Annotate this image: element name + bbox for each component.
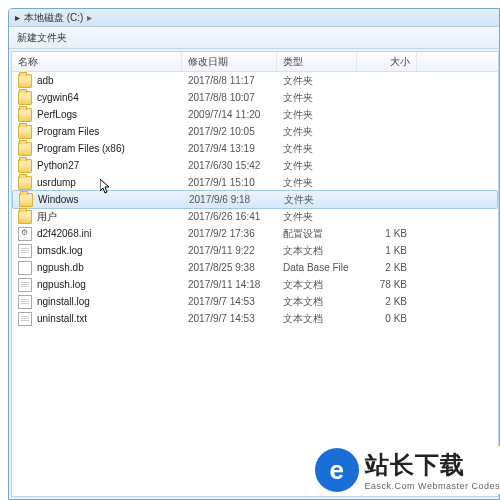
file-type: Data Base File — [277, 262, 357, 273]
table-row[interactable]: 用户2017/6/26 16:41文件夹 — [12, 208, 498, 225]
file-name: nginstall.log — [37, 296, 90, 307]
file-date: 2009/7/14 11:20 — [182, 109, 277, 120]
watermark-title: 站长下载 — [365, 449, 500, 481]
file-name: Python27 — [37, 160, 79, 171]
file-type: 文本文档 — [277, 244, 357, 258]
watermark-subtitle: Easck.Com Webmaster Codes — [365, 481, 500, 491]
file-type: 配置设置 — [277, 227, 357, 241]
file-icon — [18, 278, 32, 292]
file-date: 2017/9/6 9:18 — [183, 194, 278, 205]
table-row[interactable]: ngpush.log2017/9/11 14:18文本文档78 KB — [12, 276, 498, 293]
file-name: Program Files (x86) — [37, 143, 125, 154]
file-date: 2017/9/2 17:36 — [182, 228, 277, 239]
db-icon — [18, 261, 32, 275]
watermark-logo-icon: e — [315, 448, 359, 492]
table-row[interactable]: Windows2017/9/6 9:18文件夹 — [12, 190, 498, 209]
table-row[interactable]: Program Files2017/9/2 10:05文件夹 — [12, 123, 498, 140]
file-name: PerfLogs — [37, 109, 77, 120]
file-type: 文本文档 — [277, 312, 357, 326]
file-date: 2017/9/7 14:53 — [182, 296, 277, 307]
file-name: uninstall.txt — [37, 313, 87, 324]
file-date: 2017/9/1 15:10 — [182, 177, 277, 188]
folder-icon — [18, 159, 32, 173]
header-name[interactable]: 名称 — [12, 52, 182, 71]
header-type[interactable]: 类型 — [277, 52, 357, 71]
header-size[interactable]: 大小 — [357, 52, 417, 71]
file-name: 用户 — [37, 210, 57, 224]
table-row[interactable]: Program Files (x86)2017/9/4 13:19文件夹 — [12, 140, 498, 157]
file-type: 文本文档 — [277, 278, 357, 292]
file-name: adb — [37, 75, 54, 86]
file-type: 文件夹 — [277, 91, 357, 105]
watermark: e 站长下载 Easck.Com Webmaster Codes — [309, 446, 500, 494]
table-row[interactable]: Python272017/6/30 15:42文件夹 — [12, 157, 498, 174]
address-bar[interactable]: ▸ 本地磁盘 (C:) ▸ — [9, 9, 499, 27]
toolbar: 新建文件夹 — [9, 27, 499, 49]
breadcrumb-sep: ▸ — [15, 12, 20, 23]
file-icon — [18, 295, 32, 309]
folder-icon — [18, 210, 32, 224]
file-name: ngpush.log — [37, 279, 86, 290]
folder-icon — [18, 176, 32, 190]
file-type: 文件夹 — [277, 108, 357, 122]
table-row[interactable]: bmsdk.log2017/9/11 9:22文本文档1 KB — [12, 242, 498, 259]
file-type: 文本文档 — [277, 295, 357, 309]
explorer-window: ▸ 本地磁盘 (C:) ▸ 新建文件夹 名称 修改日期 类型 大小 adb201… — [8, 8, 500, 500]
file-date: 2017/9/2 10:05 — [182, 126, 277, 137]
file-name: Windows — [38, 194, 79, 205]
file-date: 2017/9/4 13:19 — [182, 143, 277, 154]
file-type: 文件夹 — [277, 210, 357, 224]
folder-icon — [18, 108, 32, 122]
folder-icon — [18, 142, 32, 156]
folder-icon — [19, 193, 33, 207]
table-row[interactable]: ngpush.db2017/8/25 9:38Data Base File2 K… — [12, 259, 498, 276]
ini-icon — [18, 227, 32, 241]
column-headers: 名称 修改日期 类型 大小 — [12, 52, 498, 72]
file-date: 2017/6/30 15:42 — [182, 160, 277, 171]
file-type: 文件夹 — [277, 159, 357, 173]
file-size: 2 KB — [357, 296, 417, 307]
table-row[interactable]: adb2017/8/8 11:17文件夹 — [12, 72, 498, 89]
file-date: 2017/9/7 14:53 — [182, 313, 277, 324]
file-list-pane: 名称 修改日期 类型 大小 adb2017/8/8 11:17文件夹cygwin… — [11, 51, 499, 497]
file-name: cygwin64 — [37, 92, 79, 103]
file-date: 2017/9/11 14:18 — [182, 279, 277, 290]
file-icon — [18, 244, 32, 258]
file-type: 文件夹 — [278, 193, 358, 207]
file-type: 文件夹 — [277, 74, 357, 88]
breadcrumb-sep: ▸ — [87, 12, 92, 23]
file-size: 0 KB — [357, 313, 417, 324]
file-name: bmsdk.log — [37, 245, 83, 256]
file-type: 文件夹 — [277, 142, 357, 156]
table-row[interactable]: usrdump2017/9/1 15:10文件夹 — [12, 174, 498, 191]
file-date: 2017/9/11 9:22 — [182, 245, 277, 256]
folder-icon — [18, 91, 32, 105]
table-row[interactable]: nginstall.log2017/9/7 14:53文本文档2 KB — [12, 293, 498, 310]
table-row[interactable]: d2f42068.ini2017/9/2 17:36配置设置1 KB — [12, 225, 498, 242]
table-row[interactable]: uninstall.txt2017/9/7 14:53文本文档0 KB — [12, 310, 498, 327]
folder-icon — [18, 125, 32, 139]
file-name: Program Files — [37, 126, 99, 137]
file-date: 2017/8/25 9:38 — [182, 262, 277, 273]
header-date[interactable]: 修改日期 — [182, 52, 277, 71]
file-type: 文件夹 — [277, 176, 357, 190]
file-date: 2017/8/8 10:07 — [182, 92, 277, 103]
breadcrumb-drive[interactable]: 本地磁盘 (C:) — [24, 11, 83, 25]
folder-icon — [18, 74, 32, 88]
file-icon — [18, 312, 32, 326]
file-rows: adb2017/8/8 11:17文件夹cygwin642017/8/8 10:… — [12, 72, 498, 327]
file-size: 1 KB — [357, 245, 417, 256]
file-type: 文件夹 — [277, 125, 357, 139]
file-date: 2017/6/26 16:41 — [182, 211, 277, 222]
file-name: usrdump — [37, 177, 76, 188]
file-size: 2 KB — [357, 262, 417, 273]
table-row[interactable]: PerfLogs2009/7/14 11:20文件夹 — [12, 106, 498, 123]
file-name: d2f42068.ini — [37, 228, 92, 239]
table-row[interactable]: cygwin642017/8/8 10:07文件夹 — [12, 89, 498, 106]
file-name: ngpush.db — [37, 262, 84, 273]
file-size: 78 KB — [357, 279, 417, 290]
file-date: 2017/8/8 11:17 — [182, 75, 277, 86]
file-size: 1 KB — [357, 228, 417, 239]
new-folder-button[interactable]: 新建文件夹 — [17, 31, 67, 45]
